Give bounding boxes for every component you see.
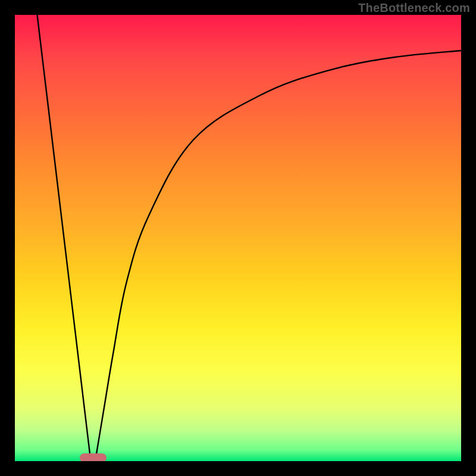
chart-container: TheBottleneck.com bbox=[0, 0, 476, 476]
left-line bbox=[37, 15, 91, 461]
watermark-text: TheBottleneck.com bbox=[358, 1, 470, 15]
plot-area bbox=[15, 15, 461, 461]
right-curve bbox=[95, 51, 461, 461]
curves-svg bbox=[15, 15, 461, 461]
bottleneck-marker bbox=[80, 453, 107, 461]
